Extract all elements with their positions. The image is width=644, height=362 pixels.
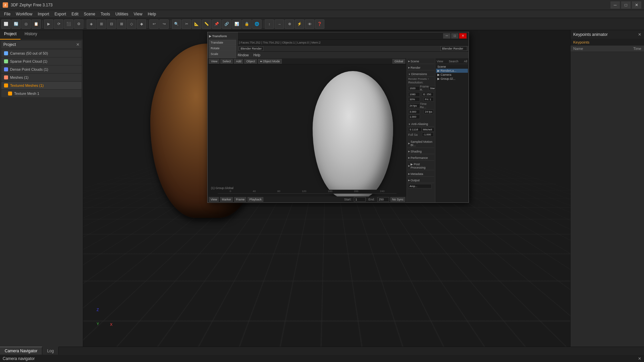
res-x-input[interactable]: [408, 86, 420, 90]
props-output-header[interactable]: ▶ Output: [408, 178, 434, 183]
blender-3d-view[interactable]: (1) Group.Global 0 40 80 120 160 200 240: [208, 64, 407, 196]
blender-minimize-btn[interactable]: ─: [443, 33, 450, 39]
toolbar-btn-4[interactable]: 📋: [32, 19, 41, 29]
scene-tree-camera[interactable]: ▶ Camera: [436, 73, 468, 77]
close-button[interactable]: ✕: [632, 1, 641, 9]
menu-item-view[interactable]: View: [131, 11, 145, 17]
toolbar-btn-20[interactable]: 📏: [202, 19, 211, 29]
toolbar-btn-8[interactable]: ⚙: [74, 19, 84, 29]
percent-input[interactable]: [408, 97, 420, 102]
tab-history[interactable]: History: [20, 30, 41, 40]
menu-item-workflow[interactable]: Workflow: [13, 11, 35, 17]
filter-input[interactable]: [422, 127, 434, 132]
props-dimensions-header[interactable]: ▼ Dimensions: [408, 72, 434, 77]
props-aa-header[interactable]: ▼ Anti-Aliasing: [408, 122, 434, 127]
blender-maximize-btn[interactable]: □: [451, 33, 459, 39]
menu-item-help[interactable]: Help: [145, 11, 159, 17]
toolbar-btn-24[interactable]: 🔒: [242, 19, 252, 29]
toolbar-btn-11[interactable]: ⊟: [107, 19, 116, 29]
vp-add-btn[interactable]: Add: [234, 59, 243, 64]
toolbar-btn-18[interactable]: ✂: [182, 19, 191, 29]
sidebar-item-cameras[interactable]: Cameras (50 out of 50): [1, 50, 82, 57]
vp-object-btn[interactable]: Object: [244, 59, 257, 64]
toolbar-btn-17[interactable]: 🔍: [172, 19, 181, 29]
frame-end-input[interactable]: [422, 92, 434, 97]
toolbar-btn-10[interactable]: ⊞: [97, 19, 106, 29]
maximize-button[interactable]: □: [621, 1, 631, 9]
toolbar-btn-6[interactable]: ⟳: [54, 19, 63, 29]
timeline-marker-btn[interactable]: Marker: [220, 197, 233, 202]
aspect-y-input[interactable]: [424, 110, 434, 114]
samples-input[interactable]: [408, 127, 422, 132]
toolbar-btn-12[interactable]: ⊠: [117, 19, 126, 29]
timeline-playback-btn[interactable]: Playback: [248, 197, 263, 202]
timeline-start-input[interactable]: [354, 197, 366, 202]
blender-menu-help[interactable]: Help: [252, 53, 263, 58]
vp-mode-btn[interactable]: ● Object Mode: [258, 59, 282, 64]
menu-item-edit[interactable]: Edit: [69, 11, 81, 17]
output-path-input[interactable]: [408, 184, 432, 188]
toolbar-btn-15[interactable]: ↩: [149, 19, 159, 29]
toolbar-btn-25[interactable]: 🌐: [252, 19, 262, 29]
keypoints-close-btn[interactable]: ✕: [638, 32, 641, 37]
full-sample-input[interactable]: [422, 132, 434, 137]
toolbar-btn-9[interactable]: ◈: [87, 19, 96, 29]
sidebar-close-button[interactable]: ✕: [76, 42, 79, 47]
scene-tree-renderla[interactable]: ▶ RenderLa...: [436, 69, 468, 73]
toolbar-btn-23[interactable]: 📊: [232, 19, 241, 29]
sidebar-item-sparse[interactable]: Sparse Point Cloud (1): [1, 58, 82, 65]
tab-camera-navigator[interactable]: Camera Navigator: [0, 347, 42, 355]
aspect2-input[interactable]: [408, 115, 420, 119]
menu-item-scene[interactable]: Scene: [81, 11, 98, 17]
toolbar-btn-21[interactable]: 📌: [212, 19, 221, 29]
camera-nav-close-btn[interactable]: ✕: [638, 356, 641, 361]
toolbar-btn-28[interactable]: ⊕: [285, 19, 294, 29]
tab-log[interactable]: Log: [42, 347, 59, 355]
props-motion-header[interactable]: ▶ Sampled Motion Bl...: [408, 139, 434, 148]
timeline-nosync-btn[interactable]: No Sync: [390, 197, 405, 202]
menu-item-utilities[interactable]: Utilities: [113, 11, 131, 17]
fps-input[interactable]: [424, 97, 434, 102]
scene-tree-scene[interactable]: Scene: [436, 65, 468, 69]
menu-item-tools[interactable]: Tools: [98, 11, 113, 17]
toolbar-btn-30[interactable]: 👁: [305, 19, 314, 29]
vp-view-btn[interactable]: View: [209, 59, 219, 64]
sidebar-item-texture-mesh[interactable]: Texture Mesh 1: [1, 90, 82, 97]
toolbar-btn-29[interactable]: ⚡: [295, 19, 304, 29]
scene-tree-group[interactable]: ▶ Group.Gl...: [436, 77, 468, 81]
viewport-area[interactable]: Z Y X B Blender ─ □ ✕ v2.78 | V: [83, 30, 570, 347]
toolbar-btn-16[interactable]: ↪: [159, 19, 169, 29]
toolbar-btn-31[interactable]: ❓: [315, 19, 324, 29]
blender-close-btn[interactable]: ✕: [459, 33, 467, 39]
props-perf-header[interactable]: ▶ Performance: [408, 156, 434, 161]
sidebar-item-dense[interactable]: Dense Point Clouds (1): [1, 66, 82, 73]
toolbar-btn-14[interactable]: ◆: [137, 19, 146, 29]
menu-item-export[interactable]: Export: [52, 11, 69, 17]
minimize-button[interactable]: ─: [610, 1, 620, 9]
menu-item-file[interactable]: File: [1, 11, 13, 17]
toolbar-btn-2[interactable]: 🔄: [11, 19, 21, 29]
toolbar-btn-7[interactable]: ⬛: [64, 19, 73, 29]
aspect-x-input[interactable]: [408, 110, 420, 114]
toolbar-btn-22[interactable]: 🔗: [222, 19, 231, 29]
sidebar-item-meshes[interactable]: Meshes (1): [1, 74, 82, 81]
fps-main-input[interactable]: [408, 104, 420, 108]
frame-r-input[interactable]: [429, 86, 435, 90]
blender-viewport[interactable]: View Select Add Object ● Object Mode Glo…: [208, 58, 407, 202]
toolbar-btn-26[interactable]: ↑: [265, 19, 274, 29]
props-shading-header[interactable]: ▶ Shading: [408, 149, 434, 154]
toolbar-btn-3[interactable]: ◎: [21, 19, 31, 29]
blender-engine-field[interactable]: Blender Render: [239, 46, 263, 51]
menu-item-import[interactable]: Import: [35, 11, 52, 17]
tab-project[interactable]: Project: [0, 30, 20, 40]
toolbar-btn-19[interactable]: 📐: [192, 19, 201, 29]
props-scene-header[interactable]: ▶ Scene: [408, 59, 434, 64]
toolbar-btn-1[interactable]: ⬜: [1, 19, 11, 29]
toolbar-btn-5[interactable]: ▶: [44, 19, 53, 29]
toolbar-btn-27[interactable]: →: [275, 19, 284, 29]
sidebar-item-textured[interactable]: Textured Meshes (1): [1, 82, 82, 89]
blender-render-btn[interactable]: Blender Render: [440, 46, 467, 51]
toolbar-btn-13[interactable]: ◇: [127, 19, 136, 29]
props-postproc-header[interactable]: ▶ ▶ Post Processing: [408, 162, 434, 170]
vp-global-btn[interactable]: Global: [392, 59, 405, 64]
